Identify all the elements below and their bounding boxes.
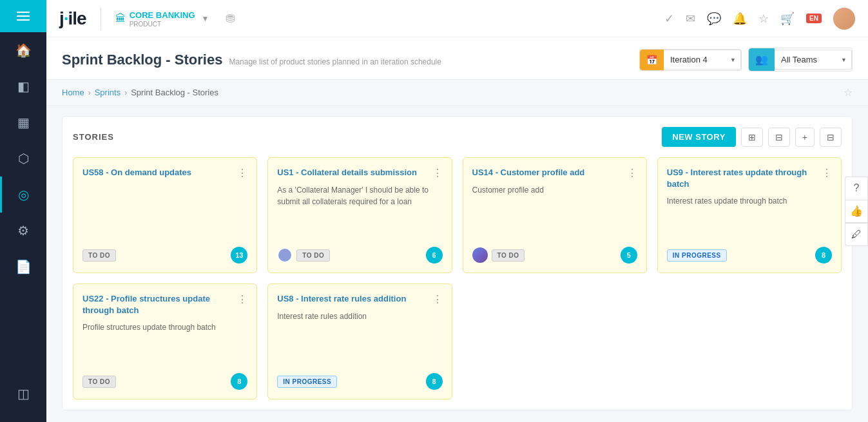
assignee-avatar-us1 (277, 247, 293, 263)
teams-icon-btn[interactable]: 👥 (749, 48, 775, 71)
status-badge-us1[interactable]: TO DO (296, 249, 330, 262)
card-desc-us9: Interest rates update through batch (667, 195, 832, 242)
favorite-icon[interactable]: ☆ (844, 86, 853, 99)
sidebar-item-stack[interactable]: ◫ (0, 376, 46, 412)
user-avatar[interactable] (833, 8, 855, 30)
hamburger-menu[interactable] (0, 0, 46, 32)
card-footer-left-us8: IN PROGRESS (277, 376, 337, 388)
page-controls: 📅 Iteration 4 👥 All Teams (639, 48, 853, 72)
breadcrumb-sprints[interactable]: Sprints (95, 88, 121, 97)
card-menu-us58[interactable]: ⋮ (237, 167, 247, 179)
story-points-us14: 5 (621, 247, 637, 264)
card-header-us9: US9 - Interest rates update through batc… (667, 167, 832, 190)
filter-btn[interactable]: ⊟ (820, 128, 842, 147)
card-footer-left-us22: TO DO (82, 376, 116, 388)
sidebar-item-sprint[interactable]: ◎ (0, 177, 46, 213)
card-footer-us58: TO DO 13 (82, 247, 247, 264)
stories-header: STORIES NEW STORY ⊞ ⊟ + ⊟ (73, 127, 842, 147)
sidebar-item-cube[interactable]: ⬡ (0, 140, 46, 177)
sidebar-item-wrench[interactable]: ⚙ (0, 213, 46, 249)
card-menu-us22[interactable]: ⋮ (237, 293, 247, 305)
status-badge-us58[interactable]: TO DO (82, 249, 116, 262)
breadcrumb: Home › Sprints › Sprint Backlog - Storie… (62, 88, 218, 97)
sidebar: 🏠 ◧ ▦ ⬡ ◎ ⚙ 📄 ◫ (0, 0, 46, 422)
card-header-us14: US14 - Customer profile add ⋮ (472, 167, 637, 179)
project-icon: 🏛 (115, 13, 126, 24)
right-panel: ? 👍 🖊 (845, 177, 868, 246)
card-title-us9[interactable]: US9 - Interest rates update through batc… (667, 167, 816, 190)
story-points-us8: 8 (426, 373, 443, 390)
stories-grid: US58 - On demand updates ⋮ TO DO 13 US1 … (73, 157, 842, 399)
cart-icon[interactable]: 🛒 (780, 12, 795, 26)
card-header-us1: US1 - Collateral details submission ⋮ (277, 167, 442, 179)
iteration-select[interactable]: Iteration 4 (664, 50, 741, 70)
annotation-btn[interactable]: 🖊 (845, 223, 868, 246)
card-header-us58: US58 - On demand updates ⋮ (82, 167, 247, 179)
language-badge[interactable]: EN (806, 14, 822, 23)
card-header-us8: US8 - Interest rate rules addition ⋮ (277, 293, 442, 305)
status-badge-us22[interactable]: TO DO (82, 376, 116, 388)
story-card-us22: US22 - Profile structures update through… (73, 283, 257, 399)
top-header: j·ile 🏛 CORE BANKING PRODUCT ▼ ⛃ ✓ ✉ 💬 🔔… (46, 0, 868, 37)
story-card-us58: US58 - On demand updates ⋮ TO DO 13 (73, 157, 257, 273)
story-points-us58: 13 (231, 247, 247, 264)
card-title-us1[interactable]: US1 - Collateral details submission (277, 167, 427, 178)
stories-section-title: STORIES (73, 132, 114, 142)
bell-icon[interactable]: 🔔 (733, 12, 747, 26)
story-card-us14: US14 - Customer profile add ⋮ Customer p… (463, 157, 647, 273)
card-desc-us8: Interest rate rules addition (277, 311, 442, 368)
card-footer-us8: IN PROGRESS 8 (277, 373, 442, 390)
iteration-select-wrapper: Iteration 4 (664, 50, 741, 70)
star-header-icon[interactable]: ☆ (758, 12, 769, 26)
check-icon[interactable]: ✓ (664, 12, 674, 26)
sidebar-item-home[interactable]: 🏠 (0, 32, 46, 68)
logo-dot: · (64, 8, 68, 28)
project-name: CORE BANKING (130, 10, 195, 20)
page-title-area: Sprint Backlog - Stories Manage list of … (62, 52, 441, 68)
story-points-us1: 6 (426, 247, 443, 264)
page-subtitle: Manage list of product stories planned i… (229, 57, 441, 66)
grid-view-btn[interactable]: ⊞ (741, 128, 763, 147)
teams-select-wrapper: All Teams (775, 48, 852, 71)
breadcrumb-bar: Home › Sprints › Sprint Backlog - Storie… (46, 80, 868, 106)
help-btn[interactable]: ? (845, 177, 868, 200)
card-title-us8[interactable]: US8 - Interest rate rules addition (277, 293, 427, 305)
inbox-icon[interactable]: ✉ (686, 12, 695, 26)
card-menu-us8[interactable]: ⋮ (432, 293, 443, 305)
card-menu-us14[interactable]: ⋮ (627, 167, 637, 179)
card-title-us58[interactable]: US58 - On demand updates (82, 167, 232, 178)
teams-select[interactable]: All Teams (775, 50, 852, 70)
logo: j·ile (59, 8, 86, 29)
card-footer-left-us14: TO DO (472, 247, 525, 263)
add-btn[interactable]: + (795, 128, 815, 147)
breadcrumb-current: Sprint Backlog - Stories (131, 88, 218, 97)
project-dropdown-icon[interactable]: ▼ (202, 14, 209, 23)
teams-selector: 👥 All Teams (748, 48, 853, 72)
card-desc-us58 (82, 184, 247, 242)
story-points-us9: 8 (815, 247, 832, 264)
column-view-btn[interactable]: ⊟ (768, 128, 790, 147)
card-menu-us1[interactable]: ⋮ (432, 167, 443, 179)
sidebar-item-document[interactable]: 📄 (0, 249, 46, 285)
chat-icon[interactable]: 💬 (707, 12, 721, 26)
page-title: Sprint Backlog - Stories (62, 52, 222, 68)
project-type: PRODUCT (130, 21, 195, 28)
card-desc-us14: Customer profile add (472, 184, 637, 242)
breadcrumb-sep-2: › (124, 88, 127, 97)
breadcrumb-home[interactable]: Home (62, 88, 84, 97)
like-btn[interactable]: 👍 (845, 200, 868, 223)
status-badge-us8[interactable]: IN PROGRESS (277, 376, 337, 388)
status-badge-us9[interactable]: IN PROGRESS (667, 249, 727, 262)
card-menu-us9[interactable]: ⋮ (822, 167, 832, 179)
card-title-us14[interactable]: US14 - Customer profile add (472, 167, 622, 178)
card-title-us22[interactable]: US22 - Profile structures update through… (82, 293, 232, 316)
sidebar-item-layers[interactable]: ◧ (0, 68, 46, 104)
card-footer-left-us9: IN PROGRESS (667, 249, 727, 262)
org-chart-icon[interactable]: ⛃ (226, 12, 235, 26)
card-footer-us22: TO DO 8 (82, 373, 247, 390)
iteration-icon-btn[interactable]: 📅 (640, 50, 664, 70)
new-story-button[interactable]: NEW STORY (662, 127, 736, 147)
sidebar-item-calendar[interactable]: ▦ (0, 104, 46, 140)
card-desc-us22: Profile structures update through batch (82, 321, 247, 368)
status-badge-us14[interactable]: TO DO (492, 249, 525, 262)
